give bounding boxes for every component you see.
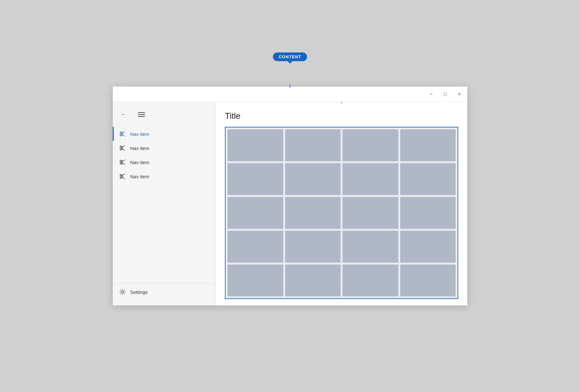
svg-line-23 — [121, 176, 123, 177]
grid-cell-r1c2 — [285, 129, 341, 161]
back-button[interactable]: ← — [119, 110, 128, 119]
grid-cell-r1c4 — [400, 129, 456, 161]
nav-menu: Nav item Nav item — [113, 124, 216, 283]
tooltip-connector-line — [290, 85, 290, 88]
window-controls: − □ × — [427, 90, 463, 98]
grid-cell-r4c3 — [343, 231, 398, 263]
nav-item-1[interactable]: Nav item — [113, 127, 216, 141]
grid-cell-r5c3 — [343, 265, 398, 296]
nav-icon-4 — [119, 173, 126, 180]
settings-icon — [119, 289, 126, 295]
app-window: CONTENT − □ × ← — [113, 87, 467, 305]
grid-cell-r5c1 — [227, 265, 283, 296]
content-area: Title — [216, 102, 467, 305]
nav-icon-1 — [119, 131, 126, 137]
grid-cell-r4c1 — [227, 231, 283, 263]
hamburger-icon — [138, 112, 145, 117]
grid-cell-r4c4 — [400, 231, 456, 263]
hamburger-button[interactable] — [137, 111, 146, 118]
grid-cell-r3c1 — [227, 197, 283, 229]
grid-cell-r5c4 — [400, 265, 456, 296]
svg-point-24 — [121, 291, 123, 293]
sidebar: ← — [113, 102, 216, 305]
sidebar-footer: Settings — [113, 283, 216, 300]
close-button[interactable]: × — [456, 90, 463, 98]
content-grid — [226, 127, 458, 298]
grid-cell-r3c3 — [343, 197, 398, 229]
settings-item[interactable]: Settings — [119, 289, 209, 295]
svg-line-11 — [121, 148, 123, 149]
svg-line-9 — [121, 149, 125, 151]
svg-line-8 — [121, 146, 125, 147]
nav-item-2[interactable]: Nav item — [113, 141, 216, 155]
svg-line-5 — [121, 134, 123, 135]
grid-cell-r1c3 — [343, 129, 398, 161]
nav-item-3[interactable]: Nav item — [113, 155, 216, 169]
content-indicator-line — [341, 102, 342, 103]
nav-item-4[interactable]: Nav item — [113, 169, 216, 183]
minimize-button[interactable]: − — [427, 90, 435, 98]
grid-cell-r5c2 — [285, 265, 341, 296]
svg-line-2 — [121, 132, 125, 133]
grid-cell-r3c4 — [400, 197, 456, 229]
nav-item-3-label: Nav item — [130, 160, 149, 165]
titlebar: − □ × — [113, 87, 467, 102]
svg-line-17 — [121, 162, 123, 163]
svg-line-15 — [121, 163, 125, 165]
sidebar-header: ← — [113, 107, 216, 124]
content-grid-wrapper — [225, 127, 458, 299]
nav-item-2-label: Nav item — [130, 145, 149, 151]
svg-line-14 — [121, 160, 125, 162]
main-layout: ← — [113, 102, 467, 305]
grid-cell-r2c2 — [285, 163, 341, 195]
svg-line-20 — [121, 174, 125, 176]
grid-cell-r2c1 — [227, 163, 283, 195]
content-tooltip: CONTENT — [273, 52, 307, 61]
maximize-button[interactable]: □ — [441, 90, 449, 98]
nav-icon-2 — [119, 145, 126, 151]
settings-label: Settings — [130, 289, 148, 295]
grid-cell-r4c2 — [285, 231, 341, 263]
page-title: Title — [225, 111, 458, 121]
nav-icon-3 — [119, 159, 126, 165]
grid-cell-r2c4 — [400, 163, 456, 195]
grid-cell-r1c1 — [227, 129, 283, 161]
svg-line-3 — [121, 135, 125, 136]
nav-item-4-label: Nav item — [130, 174, 149, 179]
grid-cell-r3c2 — [285, 197, 341, 229]
nav-item-1-label: Nav item — [130, 131, 149, 137]
grid-cell-r2c3 — [343, 163, 398, 195]
svg-line-21 — [121, 177, 125, 179]
